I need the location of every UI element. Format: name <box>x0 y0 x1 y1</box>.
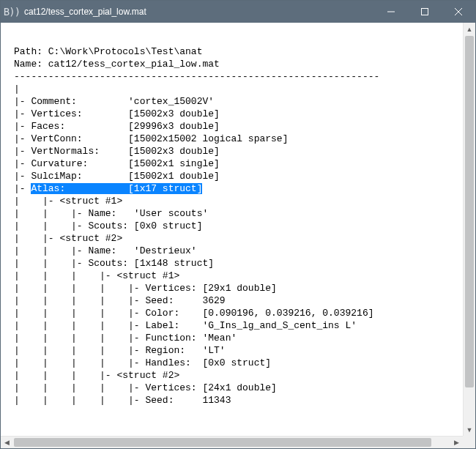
tree-row[interactable]: | | | |- <struct #2> <box>14 370 179 381</box>
tree-row[interactable]: | | | | |- Vertices: [24x1 double] <box>14 382 277 393</box>
horizontal-scrollbar-thumb[interactable] <box>14 438 431 447</box>
content-area: Path: C:\Work\Protocols\Test\anat Name: … <box>1 23 475 448</box>
tree-row[interactable]: | | | |- <struct #1> <box>14 270 179 281</box>
window-controls <box>374 1 475 23</box>
divider-line: ----------------------------------------… <box>14 71 379 82</box>
tree-row-comment[interactable]: |- Comment: 'cortex_15002V' <box>14 96 214 107</box>
scroll-right-icon[interactable]: ▶ <box>450 437 463 448</box>
vertical-scrollbar-thumb[interactable] <box>465 36 474 387</box>
scroll-left-icon[interactable]: ◀ <box>1 437 13 448</box>
svg-rect-1 <box>422 9 428 15</box>
tree-row[interactable]: | | | | |- Vertices: [29x1 double] <box>14 283 277 294</box>
tree-row[interactable]: | | |- Name: 'Destrieux' <box>14 245 197 256</box>
tree-row-vertconn[interactable]: |- VertConn: [15002x15002 logical sparse… <box>14 133 288 144</box>
tree-row[interactable]: | | |- Scouts: [0x0 struct] <box>14 220 202 231</box>
window-title: cat12/tess_cortex_pial_low.mat <box>23 7 374 17</box>
app-icon: B)) <box>1 6 23 18</box>
tree-row[interactable]: | | | | |- Seed: 3629 <box>14 295 226 306</box>
scroll-down-icon[interactable]: ▼ <box>464 423 475 436</box>
window: B)) cat12/tess_cortex_pial_low.mat Path:… <box>0 0 476 449</box>
path-line: Path: C:\Work\Protocols\Test\anat <box>14 46 202 57</box>
tree-row[interactable]: | | |- Scouts: [1x148 struct] <box>14 258 214 269</box>
titlebar[interactable]: B)) cat12/tess_cortex_pial_low.mat <box>1 1 475 23</box>
minimize-icon <box>387 8 395 15</box>
tree-row[interactable]: | | | | |- Region: 'LT' <box>14 345 226 356</box>
close-icon <box>455 8 462 15</box>
selected-field: Atlas: [1x17 struct] <box>31 183 202 194</box>
tree-row-vertnormals[interactable]: |- VertNormals: [15002x3 double] <box>14 146 220 157</box>
tree-row[interactable]: | | | | |- Function: 'Mean' <box>14 333 237 344</box>
close-button[interactable] <box>442 1 475 23</box>
maximize-button[interactable] <box>408 1 442 23</box>
tree-row-faces[interactable]: |- Faces: [29996x3 double] <box>14 121 220 132</box>
tree-row[interactable]: | |- <struct #2> <box>14 233 122 244</box>
tree-row[interactable]: | | | | |- Color: [0.090196, 0.039216, 0… <box>14 308 373 319</box>
scroll-corner <box>463 436 475 448</box>
tree-row-vertices[interactable]: |- Vertices: [15002x3 double] <box>14 108 220 119</box>
tree-row: | <box>14 84 20 94</box>
tree-row-atlas[interactable]: |- Atlas: [1x17 struct] <box>14 183 202 194</box>
tree-row[interactable]: | | | | |- Label: 'G_Ins_lg_and_S_cent_i… <box>14 320 357 331</box>
tree-row-sulcimap[interactable]: |- SulciMap: [15002x1 double] <box>14 171 220 182</box>
tree-row[interactable]: | | |- Name: 'User scouts' <box>14 208 208 219</box>
tree-row[interactable]: | |- <struct #1> <box>14 196 122 207</box>
maximize-icon <box>421 8 428 15</box>
scroll-up-icon[interactable]: ▲ <box>464 23 475 35</box>
tree-row-curvature[interactable]: |- Curvature: [15002x1 single] <box>14 158 220 169</box>
minimize-button[interactable] <box>374 1 408 23</box>
tree-row[interactable]: | | | | |- Seed: 11343 <box>14 395 231 406</box>
struct-viewer[interactable]: Path: C:\Work\Protocols\Test\anat Name: … <box>1 23 463 436</box>
horizontal-scrollbar[interactable]: ◀ ▶ <box>1 436 463 448</box>
tree-row[interactable]: | | | | |- Handles: [0x0 struct] <box>14 357 271 368</box>
vertical-scrollbar[interactable]: ▲ ▼ <box>463 23 475 436</box>
name-line: Name: cat12/tess_cortex_pial_low.mat <box>14 59 220 70</box>
